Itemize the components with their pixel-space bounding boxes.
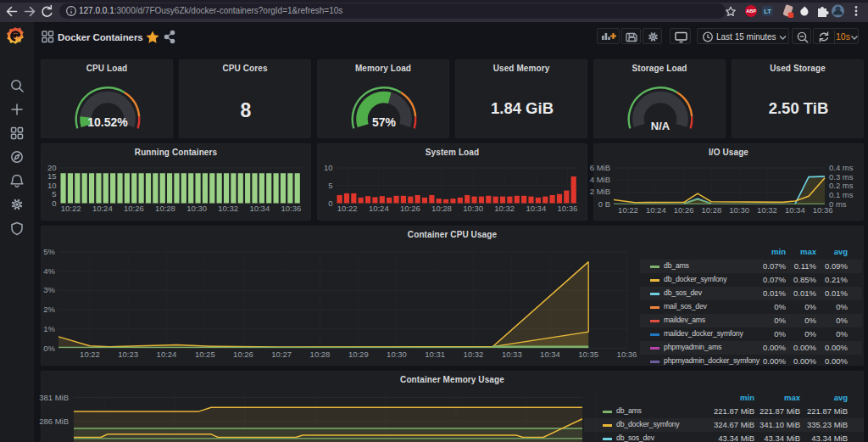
svg-text:10:28: 10:28 (310, 350, 331, 359)
svg-text:20: 20 (47, 163, 57, 172)
svg-text:0.4 ms: 0.4 ms (829, 163, 854, 172)
svg-text:10:29: 10:29 (348, 350, 369, 359)
svg-text:0%: 0% (43, 344, 55, 353)
svg-text:LT: LT (764, 8, 771, 15)
svg-text:N/A: N/A (651, 120, 670, 132)
svg-text:2%: 2% (43, 305, 55, 314)
svg-text:381 MiB: 381 MiB (39, 393, 69, 402)
svg-text:286 MiB: 286 MiB (39, 417, 69, 426)
svg-text:10:34: 10:34 (526, 204, 546, 213)
svg-text:10:26: 10:26 (400, 204, 420, 213)
svg-text:Last 15 minutes: Last 15 minutes (716, 32, 776, 42)
svg-text:10: 10 (324, 163, 333, 172)
svg-text:10:28: 10:28 (702, 205, 722, 215)
svg-text:10:30: 10:30 (387, 350, 407, 359)
svg-text:57%: 57% (372, 115, 397, 129)
svg-text:1%: 1% (43, 324, 55, 333)
svg-text:10:30: 10:30 (186, 204, 207, 213)
svg-text:ABP: ABP (746, 8, 756, 14)
svg-text:10:22: 10:22 (337, 204, 358, 213)
svg-text:6 MiB: 6 MiB (590, 163, 610, 172)
svg-text:5: 5 (328, 181, 332, 190)
svg-text:10:34: 10:34 (540, 350, 560, 359)
svg-text:5: 5 (52, 189, 56, 199)
svg-text:10:33: 10:33 (502, 350, 522, 359)
svg-text:10:26: 10:26 (124, 204, 144, 213)
svg-text:10:24: 10:24 (369, 204, 389, 213)
svg-text:4%: 4% (43, 266, 55, 276)
svg-text:10:25: 10:25 (195, 350, 215, 359)
svg-text:0: 0 (328, 199, 332, 208)
svg-text:3%: 3% (43, 285, 55, 294)
svg-text:0 B: 0 B (598, 199, 610, 209)
svg-text:10s: 10s (836, 31, 850, 42)
svg-text:10:36: 10:36 (813, 205, 833, 215)
svg-text:10:23: 10:23 (118, 350, 138, 359)
svg-text:10:32: 10:32 (464, 350, 484, 359)
svg-text:10:24: 10:24 (92, 204, 113, 213)
svg-text:0: 0 (52, 199, 56, 208)
svg-text:10:22: 10:22 (80, 350, 100, 359)
svg-text:0.1 ms: 0.1 ms (829, 190, 854, 199)
svg-text:Docker Containers: Docker Containers (58, 32, 143, 42)
svg-text:10:22: 10:22 (61, 204, 81, 213)
svg-text:0.3 ms: 0.3 ms (829, 172, 854, 182)
svg-text:10:26: 10:26 (674, 205, 694, 215)
svg-text:10:32: 10:32 (494, 204, 515, 213)
svg-text:10:24: 10:24 (157, 350, 177, 359)
svg-text:10:30: 10:30 (729, 205, 749, 215)
svg-text:10:28: 10:28 (431, 204, 452, 213)
svg-text:10:28: 10:28 (155, 204, 175, 213)
svg-text:10:34: 10:34 (249, 204, 270, 213)
svg-text:10:36: 10:36 (617, 350, 637, 359)
svg-text:10.52%: 10.52% (87, 115, 128, 129)
svg-text:10:36: 10:36 (558, 204, 578, 213)
svg-text:10:34: 10:34 (785, 205, 805, 215)
svg-text:10:35: 10:35 (578, 350, 598, 359)
svg-text:10:31: 10:31 (425, 350, 445, 359)
svg-text:5%: 5% (43, 247, 55, 256)
svg-text:10:24: 10:24 (646, 205, 666, 215)
svg-text:10:26: 10:26 (233, 350, 253, 359)
svg-text:10:22: 10:22 (618, 205, 638, 215)
svg-text:4 MiB: 4 MiB (590, 175, 610, 184)
svg-text:15: 15 (47, 171, 57, 181)
svg-text:10:36: 10:36 (281, 204, 302, 213)
svg-text:10:30: 10:30 (463, 204, 483, 213)
svg-text:0.2 ms: 0.2 ms (829, 181, 854, 190)
svg-text:2 MiB: 2 MiB (590, 187, 610, 196)
svg-text:10:32: 10:32 (757, 205, 777, 215)
svg-text:10:32: 10:32 (218, 204, 238, 213)
svg-text:10:27: 10:27 (271, 350, 292, 359)
